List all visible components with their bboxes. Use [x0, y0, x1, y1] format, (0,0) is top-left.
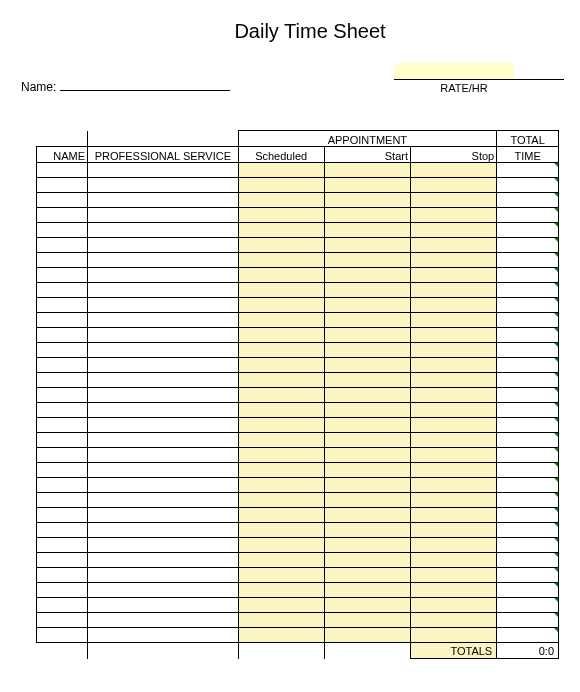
cell-stop[interactable] — [410, 598, 496, 613]
cell-start[interactable] — [324, 223, 410, 238]
cell-stop[interactable] — [410, 223, 496, 238]
cell-service[interactable] — [88, 478, 238, 493]
cell-start[interactable] — [324, 298, 410, 313]
cell-name[interactable] — [37, 343, 88, 358]
cell-scheduled[interactable] — [238, 493, 324, 508]
cell-name[interactable] — [37, 358, 88, 373]
cell-scheduled[interactable] — [238, 388, 324, 403]
cell-scheduled[interactable] — [238, 208, 324, 223]
cell-name[interactable] — [37, 268, 88, 283]
cell-start[interactable] — [324, 613, 410, 628]
cell-service[interactable] — [88, 508, 238, 523]
cell-scheduled[interactable] — [238, 598, 324, 613]
cell-stop[interactable] — [410, 418, 496, 433]
cell-service[interactable] — [88, 208, 238, 223]
cell-stop[interactable] — [410, 463, 496, 478]
cell-start[interactable] — [324, 253, 410, 268]
cell-stop[interactable] — [410, 433, 496, 448]
cell-start[interactable] — [324, 373, 410, 388]
cell-service[interactable] — [88, 628, 238, 643]
cell-start[interactable] — [324, 568, 410, 583]
cell-start[interactable] — [324, 628, 410, 643]
cell-scheduled[interactable] — [238, 523, 324, 538]
cell-service[interactable] — [88, 403, 238, 418]
cell-start[interactable] — [324, 328, 410, 343]
cell-start[interactable] — [324, 508, 410, 523]
cell-start[interactable] — [324, 478, 410, 493]
cell-stop[interactable] — [410, 178, 496, 193]
cell-start[interactable] — [324, 238, 410, 253]
cell-name[interactable] — [37, 193, 88, 208]
cell-scheduled[interactable] — [238, 223, 324, 238]
cell-name[interactable] — [37, 463, 88, 478]
cell-stop[interactable] — [410, 478, 496, 493]
cell-service[interactable] — [88, 313, 238, 328]
cell-stop[interactable] — [410, 268, 496, 283]
cell-stop[interactable] — [410, 298, 496, 313]
cell-service[interactable] — [88, 253, 238, 268]
cell-scheduled[interactable] — [238, 463, 324, 478]
cell-service[interactable] — [88, 538, 238, 553]
cell-stop[interactable] — [410, 358, 496, 373]
cell-scheduled[interactable] — [238, 163, 324, 178]
cell-start[interactable] — [324, 388, 410, 403]
rate-input-highlight[interactable] — [394, 63, 514, 79]
cell-start[interactable] — [324, 418, 410, 433]
cell-start[interactable] — [324, 553, 410, 568]
cell-start[interactable] — [324, 163, 410, 178]
cell-scheduled[interactable] — [238, 253, 324, 268]
cell-name[interactable] — [37, 178, 88, 193]
cell-stop[interactable] — [410, 328, 496, 343]
cell-stop[interactable] — [410, 403, 496, 418]
cell-stop[interactable] — [410, 583, 496, 598]
cell-name[interactable] — [37, 598, 88, 613]
cell-name[interactable] — [37, 328, 88, 343]
cell-stop[interactable] — [410, 628, 496, 643]
cell-scheduled[interactable] — [238, 553, 324, 568]
cell-scheduled[interactable] — [238, 433, 324, 448]
cell-name[interactable] — [37, 253, 88, 268]
cell-stop[interactable] — [410, 163, 496, 178]
cell-name[interactable] — [37, 448, 88, 463]
cell-start[interactable] — [324, 358, 410, 373]
cell-scheduled[interactable] — [238, 343, 324, 358]
cell-start[interactable] — [324, 463, 410, 478]
cell-service[interactable] — [88, 193, 238, 208]
cell-scheduled[interactable] — [238, 313, 324, 328]
cell-service[interactable] — [88, 238, 238, 253]
cell-scheduled[interactable] — [238, 403, 324, 418]
cell-scheduled[interactable] — [238, 448, 324, 463]
cell-scheduled[interactable] — [238, 478, 324, 493]
cell-scheduled[interactable] — [238, 298, 324, 313]
cell-service[interactable] — [88, 223, 238, 238]
cell-start[interactable] — [324, 538, 410, 553]
cell-start[interactable] — [324, 208, 410, 223]
cell-service[interactable] — [88, 553, 238, 568]
cell-stop[interactable] — [410, 313, 496, 328]
cell-scheduled[interactable] — [238, 628, 324, 643]
cell-service[interactable] — [88, 448, 238, 463]
cell-scheduled[interactable] — [238, 268, 324, 283]
cell-stop[interactable] — [410, 253, 496, 268]
cell-start[interactable] — [324, 448, 410, 463]
cell-stop[interactable] — [410, 493, 496, 508]
cell-stop[interactable] — [410, 448, 496, 463]
cell-start[interactable] — [324, 403, 410, 418]
cell-service[interactable] — [88, 598, 238, 613]
cell-stop[interactable] — [410, 568, 496, 583]
cell-scheduled[interactable] — [238, 583, 324, 598]
cell-name[interactable] — [37, 583, 88, 598]
cell-scheduled[interactable] — [238, 328, 324, 343]
cell-name[interactable] — [37, 238, 88, 253]
cell-stop[interactable] — [410, 508, 496, 523]
cell-name[interactable] — [37, 433, 88, 448]
cell-scheduled[interactable] — [238, 508, 324, 523]
cell-scheduled[interactable] — [238, 613, 324, 628]
cell-start[interactable] — [324, 433, 410, 448]
cell-service[interactable] — [88, 463, 238, 478]
cell-start[interactable] — [324, 523, 410, 538]
cell-stop[interactable] — [410, 373, 496, 388]
cell-scheduled[interactable] — [238, 538, 324, 553]
cell-name[interactable] — [37, 418, 88, 433]
cell-service[interactable] — [88, 523, 238, 538]
